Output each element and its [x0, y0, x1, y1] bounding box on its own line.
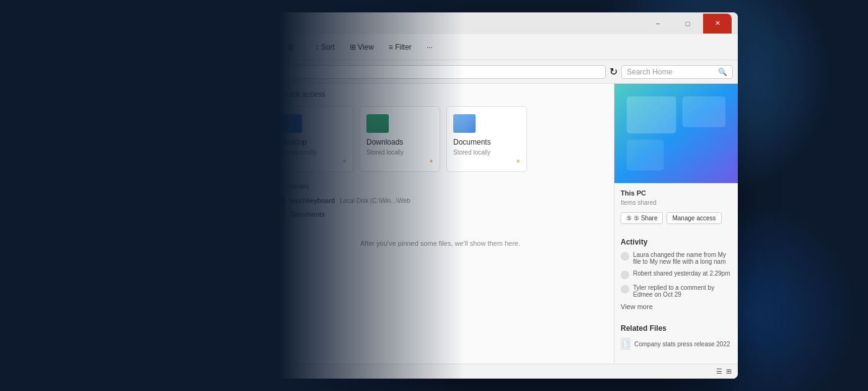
sidebar-item-home[interactable]: 🏠 Home: [143, 89, 266, 105]
related-file-icon: 📄: [621, 338, 631, 350]
chevron-favorites-icon: ✓: [273, 182, 278, 190]
toolbar-separator-2: [304, 41, 305, 53]
content-area: 🏠 Home › ☁ A test - Personal 📁 Desktop 📄…: [143, 84, 738, 364]
tab-close-icon[interactable]: ✕: [195, 20, 200, 27]
sidebar-item-atest[interactable]: › ☁ A test - Personal: [143, 105, 266, 121]
address-bar: ‹ › ↑ ⌂ Home › Home › ↻ Search Home 🔍: [143, 60, 738, 84]
breadcrumb-text: ⌂ Home ›: [168, 68, 199, 76]
folder-card-desktop[interactable]: Desktop Stored locally ★: [273, 106, 353, 172]
list-view-button[interactable]: ☰: [716, 367, 722, 375]
thispc-section-header: This PC: [143, 218, 266, 234]
pictures-icon: 🖼: [153, 156, 162, 166]
file-area: ✓ Quick access Desktop Stored locally ★ …: [267, 84, 614, 364]
activity-icon-1: [621, 252, 629, 261]
documents-icon: 📄: [153, 140, 162, 150]
new-tab-button[interactable]: +: [211, 18, 216, 29]
chevron-icon: ✓: [273, 90, 281, 99]
back-button[interactable]: ‹: [148, 68, 150, 76]
documents-fav-icon: [275, 209, 285, 219]
search-placeholder: Search Home: [627, 68, 672, 76]
folder-card-downloads[interactable]: Downloads Stored locally ★: [360, 106, 440, 172]
grid-view-button[interactable]: ⊞: [726, 367, 732, 375]
documents-pin-icon: ★: [516, 158, 520, 164]
videos-icon: 📹: [153, 189, 162, 199]
refresh-button[interactable]: ↻: [609, 66, 618, 78]
sidebar-item-touchkeyboard[interactable]: 📄 touchkeyboard: [143, 202, 266, 218]
documents-folder-sub: Stored locally: [453, 149, 490, 156]
forward-button[interactable]: ›: [151, 68, 154, 76]
favorites-label: ✓ Favorites: [273, 182, 608, 190]
svg-rect-1: [627, 96, 676, 133]
share-button[interactable]: ⑤ ⑤ Share: [621, 212, 663, 224]
pin-icon: ★: [342, 158, 347, 164]
activity-item-3: Tyler replied to a comment by Edmee on O…: [621, 284, 732, 298]
activity-icon-2: [621, 271, 629, 279]
downloads-pin-icon: ★: [429, 158, 433, 164]
sidebar-item-pictures[interactable]: 🖼 Pictures: [143, 153, 266, 169]
sidebar-item-dvd[interactable]: › 💿 DVD Drive (D:) CCC: [143, 250, 266, 266]
manage-access-button[interactable]: Manage access: [666, 212, 721, 224]
sort-button[interactable]: ↕ Sort: [309, 40, 340, 54]
quick-access-header: ✓ Quick access: [273, 90, 608, 99]
active-tab[interactable]: Home ✕: [149, 15, 207, 32]
desktop-folder-icon: 📁: [153, 124, 162, 134]
view-more-button[interactable]: View more: [621, 303, 732, 310]
sidebar-item-desktop[interactable]: 📁 Desktop: [143, 121, 266, 137]
activity-section: Activity Laura changed the name from My …: [614, 238, 738, 324]
file-row-documents-fav[interactable]: Documents: [273, 207, 608, 221]
details-sub: Items shared: [621, 199, 732, 206]
search-box[interactable]: Search Home 🔍: [621, 65, 733, 79]
breadcrumb-bar[interactable]: ⌂ Home › Home ›: [162, 65, 606, 79]
details-actions: ⑤ ⑤ Share Manage access: [621, 212, 732, 224]
sidebar: 🏠 Home › ☁ A test - Personal 📁 Desktop 📄…: [143, 84, 267, 364]
more-button[interactable]: ···: [420, 40, 439, 54]
preview-image: [614, 84, 738, 183]
file-row-touchkeyboard[interactable]: touchkeyboard Local Disk (C:\Win...\Web: [273, 194, 608, 207]
paste-button[interactable]: 📋: [236, 40, 257, 54]
maximize-button[interactable]: □: [673, 14, 702, 34]
details-title: This PC: [621, 189, 732, 197]
desktop-folder-name: Desktop: [280, 138, 307, 146]
pinned-message: After you've pinned some files, we'll sh…: [273, 233, 608, 253]
minimize-button[interactable]: −: [644, 14, 672, 34]
favorites-section-header: Favorites: [143, 169, 266, 186]
touchkeyboard-file-icon: [275, 196, 285, 205]
folder-card-documents[interactable]: Documents Stored locally ★: [446, 106, 527, 172]
items-count: 29 items: [149, 368, 175, 375]
downloads-folder-name: Downloads: [366, 138, 403, 146]
toolbar-separator-1: [191, 41, 192, 53]
dvd-icon: 💿: [159, 253, 169, 263]
related-title: Related Files: [621, 324, 732, 333]
toolbar: + + New ✂ ⎘ 📋 ✏ 🗑 ↕ Sort ⊞ View ≡ Filter…: [143, 34, 738, 60]
related-section: Related Files 📄 Company stats press rele…: [614, 324, 738, 356]
up-button[interactable]: ↑: [155, 68, 159, 76]
copy-button[interactable]: ⎘: [216, 40, 233, 54]
activity-title: Activity: [621, 238, 732, 246]
share-icon: ⑤: [626, 215, 632, 222]
rename-button[interactable]: ✏: [260, 40, 278, 54]
home-icon: 🏠: [153, 92, 162, 102]
favorites-section: ✓ Favorites touchkeyboard Local Disk (C:…: [273, 182, 608, 221]
network-icon: 🌐: [159, 285, 169, 295]
close-button[interactable]: ✕: [703, 14, 732, 34]
filter-button[interactable]: ≡ Filter: [383, 40, 418, 54]
new-button[interactable]: + + New: [148, 40, 187, 54]
tab-title: Home: [169, 19, 188, 28]
sidebar-item-documents[interactable]: 📄 Documents: [143, 137, 266, 153]
delete-button[interactable]: 🗑: [281, 40, 301, 54]
sidebar-item-network[interactable]: › 🌐 Network: [143, 282, 266, 299]
explorer-window: Home ✕ + − □ ✕ + + New ✂ ⎘ 📋 ✏ 🗑: [143, 12, 738, 379]
sidebar-item-local-disk[interactable]: › 💾 Local Disk (C:): [143, 234, 266, 250]
window-controls: − □ ✕: [644, 14, 732, 34]
local-disk-icon: 💾: [159, 237, 169, 247]
sidebar-item-videos[interactable]: 📹 Videos: [143, 186, 266, 202]
related-file-item[interactable]: 📄 Company stats press release 2022: [621, 338, 732, 350]
desktop-folder-large-icon: [280, 114, 302, 133]
tab-area: Home ✕ +: [149, 15, 644, 32]
svg-rect-3: [627, 140, 664, 171]
details-info: This PC Items shared ⑤ ⑤ Share Manage ac…: [614, 183, 738, 238]
view-button[interactable]: ⊞ View: [343, 40, 380, 54]
nav-arrows: ‹ › ↑: [148, 68, 159, 76]
cut-button[interactable]: ✂: [195, 40, 214, 54]
activity-item-1: Laura changed the name from My file to M…: [621, 251, 732, 265]
